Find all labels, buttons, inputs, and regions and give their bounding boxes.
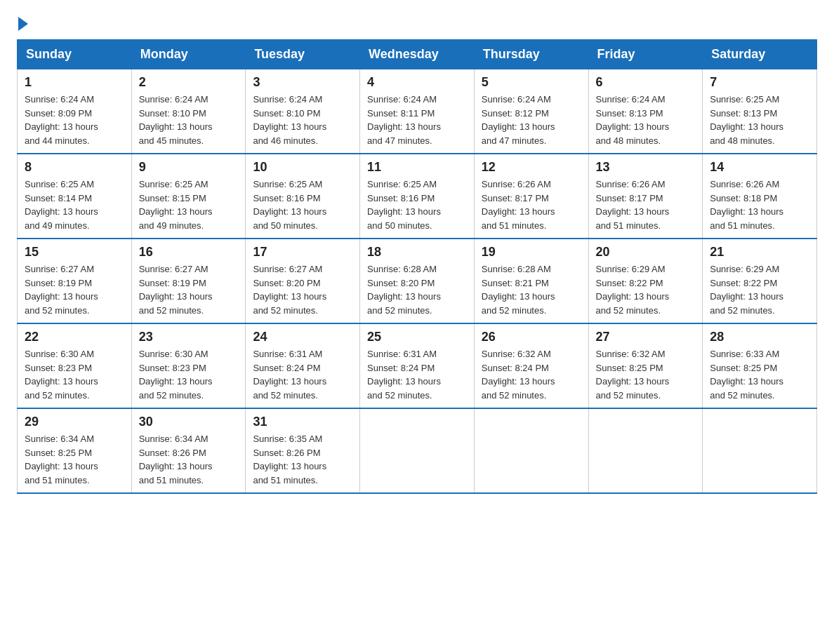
calendar-cell: 15 Sunrise: 6:27 AMSunset: 8:19 PMDaylig… xyxy=(18,239,132,323)
calendar-cell: 29 Sunrise: 6:34 AMSunset: 8:25 PMDaylig… xyxy=(18,408,132,493)
page-header xyxy=(17,17,817,28)
day-header-friday: Friday xyxy=(588,40,703,69)
day-number: 10 xyxy=(253,160,352,175)
week-row-4: 22 Sunrise: 6:30 AMSunset: 8:23 PMDaylig… xyxy=(18,323,817,408)
calendar-cell: 12 Sunrise: 6:26 AMSunset: 8:17 PMDaylig… xyxy=(474,154,588,239)
day-number: 24 xyxy=(253,330,352,344)
day-info: Sunrise: 6:25 AMSunset: 8:13 PMDaylight:… xyxy=(710,94,783,146)
day-number: 5 xyxy=(482,75,581,90)
day-number: 27 xyxy=(596,330,696,344)
day-number: 22 xyxy=(25,330,124,344)
day-number: 1 xyxy=(25,75,124,90)
calendar-cell: 27 Sunrise: 6:32 AMSunset: 8:25 PMDaylig… xyxy=(588,323,703,408)
day-number: 30 xyxy=(139,415,239,429)
day-number: 7 xyxy=(710,75,809,90)
day-number: 6 xyxy=(596,75,696,90)
day-info: Sunrise: 6:25 AMSunset: 8:16 PMDaylight:… xyxy=(367,179,441,231)
calendar-cell: 25 Sunrise: 6:31 AMSunset: 8:24 PMDaylig… xyxy=(360,323,475,408)
week-row-1: 1 Sunrise: 6:24 AMSunset: 8:09 PMDayligh… xyxy=(18,69,817,154)
day-number: 15 xyxy=(25,245,124,260)
day-number: 2 xyxy=(139,75,239,90)
day-info: Sunrise: 6:24 AMSunset: 8:12 PMDaylight:… xyxy=(482,94,555,146)
day-number: 26 xyxy=(482,330,581,344)
day-info: Sunrise: 6:27 AMSunset: 8:19 PMDaylight:… xyxy=(25,264,98,316)
day-info: Sunrise: 6:25 AMSunset: 8:14 PMDaylight:… xyxy=(25,179,98,231)
day-number: 3 xyxy=(253,75,352,90)
calendar-cell: 5 Sunrise: 6:24 AMSunset: 8:12 PMDayligh… xyxy=(474,69,588,154)
logo xyxy=(17,17,28,28)
calendar-cell: 23 Sunrise: 6:30 AMSunset: 8:23 PMDaylig… xyxy=(131,323,246,408)
day-info: Sunrise: 6:32 AMSunset: 8:25 PMDaylight:… xyxy=(596,349,670,401)
calendar-table: SundayMondayTuesdayWednesdayThursdayFrid… xyxy=(17,39,817,494)
day-number: 29 xyxy=(25,415,124,429)
calendar-cell: 9 Sunrise: 6:25 AMSunset: 8:15 PMDayligh… xyxy=(131,154,246,239)
day-info: Sunrise: 6:25 AMSunset: 8:15 PMDaylight:… xyxy=(139,179,213,231)
day-number: 4 xyxy=(367,75,467,90)
calendar-cell: 16 Sunrise: 6:27 AMSunset: 8:19 PMDaylig… xyxy=(131,239,246,323)
day-header-saturday: Saturday xyxy=(703,40,817,69)
calendar-cell: 2 Sunrise: 6:24 AMSunset: 8:10 PMDayligh… xyxy=(131,69,246,154)
calendar-body: 1 Sunrise: 6:24 AMSunset: 8:09 PMDayligh… xyxy=(18,69,817,494)
calendar-cell xyxy=(703,408,817,493)
day-info: Sunrise: 6:32 AMSunset: 8:24 PMDaylight:… xyxy=(482,349,555,401)
day-info: Sunrise: 6:34 AMSunset: 8:26 PMDaylight:… xyxy=(139,434,213,485)
day-number: 23 xyxy=(139,330,239,344)
calendar-cell: 28 Sunrise: 6:33 AMSunset: 8:25 PMDaylig… xyxy=(703,323,817,408)
calendar-cell: 26 Sunrise: 6:32 AMSunset: 8:24 PMDaylig… xyxy=(474,323,588,408)
day-info: Sunrise: 6:31 AMSunset: 8:24 PMDaylight:… xyxy=(367,349,441,401)
calendar-cell: 18 Sunrise: 6:28 AMSunset: 8:20 PMDaylig… xyxy=(360,239,475,323)
day-info: Sunrise: 6:31 AMSunset: 8:24 PMDaylight:… xyxy=(253,349,326,401)
day-info: Sunrise: 6:24 AMSunset: 8:13 PMDaylight:… xyxy=(596,94,670,146)
calendar-cell: 17 Sunrise: 6:27 AMSunset: 8:20 PMDaylig… xyxy=(246,239,360,323)
day-number: 28 xyxy=(710,330,809,344)
calendar-cell: 11 Sunrise: 6:25 AMSunset: 8:16 PMDaylig… xyxy=(360,154,475,239)
day-info: Sunrise: 6:24 AMSunset: 8:10 PMDaylight:… xyxy=(253,94,326,146)
day-info: Sunrise: 6:33 AMSunset: 8:25 PMDaylight:… xyxy=(710,349,783,401)
day-info: Sunrise: 6:29 AMSunset: 8:22 PMDaylight:… xyxy=(710,264,783,316)
day-header-row: SundayMondayTuesdayWednesdayThursdayFrid… xyxy=(18,40,817,69)
day-number: 9 xyxy=(139,160,239,175)
day-header-monday: Monday xyxy=(131,40,246,69)
day-info: Sunrise: 6:28 AMSunset: 8:21 PMDaylight:… xyxy=(482,264,555,316)
day-number: 11 xyxy=(367,160,467,175)
calendar-cell: 3 Sunrise: 6:24 AMSunset: 8:10 PMDayligh… xyxy=(246,69,360,154)
calendar-cell: 8 Sunrise: 6:25 AMSunset: 8:14 PMDayligh… xyxy=(18,154,132,239)
calendar-cell: 19 Sunrise: 6:28 AMSunset: 8:21 PMDaylig… xyxy=(474,239,588,323)
day-number: 21 xyxy=(710,245,809,260)
day-header-sunday: Sunday xyxy=(18,40,132,69)
logo-arrow-icon xyxy=(18,17,28,31)
day-number: 20 xyxy=(596,245,696,260)
calendar-cell xyxy=(588,408,703,493)
calendar-cell: 31 Sunrise: 6:35 AMSunset: 8:26 PMDaylig… xyxy=(246,408,360,493)
calendar-cell: 24 Sunrise: 6:31 AMSunset: 8:24 PMDaylig… xyxy=(246,323,360,408)
calendar-cell: 30 Sunrise: 6:34 AMSunset: 8:26 PMDaylig… xyxy=(131,408,246,493)
day-number: 13 xyxy=(596,160,696,175)
calendar-cell: 7 Sunrise: 6:25 AMSunset: 8:13 PMDayligh… xyxy=(703,69,817,154)
day-number: 14 xyxy=(710,160,809,175)
day-header-tuesday: Tuesday xyxy=(246,40,360,69)
calendar-cell: 1 Sunrise: 6:24 AMSunset: 8:09 PMDayligh… xyxy=(18,69,132,154)
day-number: 19 xyxy=(482,245,581,260)
day-number: 8 xyxy=(25,160,124,175)
day-info: Sunrise: 6:26 AMSunset: 8:17 PMDaylight:… xyxy=(482,179,555,231)
calendar-cell: 14 Sunrise: 6:26 AMSunset: 8:18 PMDaylig… xyxy=(703,154,817,239)
day-info: Sunrise: 6:27 AMSunset: 8:20 PMDaylight:… xyxy=(253,264,326,316)
day-number: 12 xyxy=(482,160,581,175)
week-row-3: 15 Sunrise: 6:27 AMSunset: 8:19 PMDaylig… xyxy=(18,239,817,323)
day-info: Sunrise: 6:26 AMSunset: 8:18 PMDaylight:… xyxy=(710,179,783,231)
day-info: Sunrise: 6:29 AMSunset: 8:22 PMDaylight:… xyxy=(596,264,670,316)
calendar-cell: 13 Sunrise: 6:26 AMSunset: 8:17 PMDaylig… xyxy=(588,154,703,239)
day-info: Sunrise: 6:30 AMSunset: 8:23 PMDaylight:… xyxy=(139,349,213,401)
calendar-cell: 22 Sunrise: 6:30 AMSunset: 8:23 PMDaylig… xyxy=(18,323,132,408)
day-number: 25 xyxy=(367,330,467,344)
calendar-cell xyxy=(360,408,475,493)
day-header-thursday: Thursday xyxy=(474,40,588,69)
day-info: Sunrise: 6:24 AMSunset: 8:11 PMDaylight:… xyxy=(367,94,441,146)
day-number: 18 xyxy=(367,245,467,260)
day-info: Sunrise: 6:26 AMSunset: 8:17 PMDaylight:… xyxy=(596,179,670,231)
week-row-5: 29 Sunrise: 6:34 AMSunset: 8:25 PMDaylig… xyxy=(18,408,817,493)
calendar-cell: 4 Sunrise: 6:24 AMSunset: 8:11 PMDayligh… xyxy=(360,69,475,154)
calendar-header: SundayMondayTuesdayWednesdayThursdayFrid… xyxy=(18,40,817,69)
day-info: Sunrise: 6:24 AMSunset: 8:10 PMDaylight:… xyxy=(139,94,213,146)
day-number: 31 xyxy=(253,415,352,429)
